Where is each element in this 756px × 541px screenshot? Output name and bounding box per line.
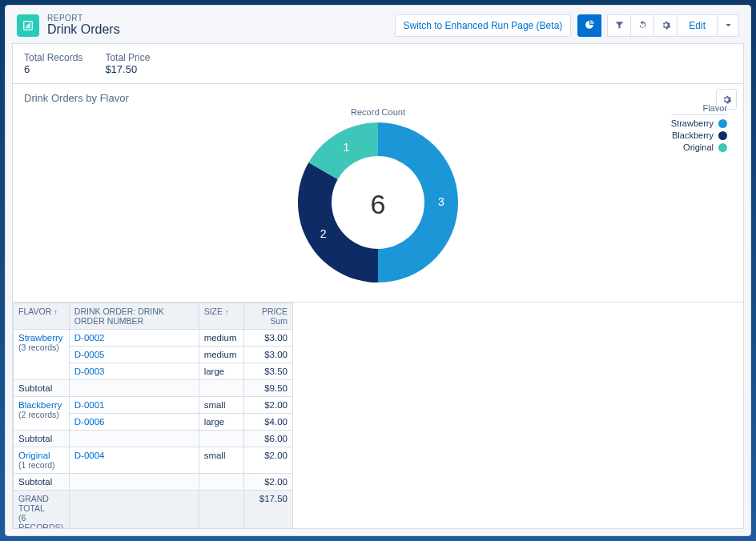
flavor-count: (3 records) <box>18 343 59 352</box>
settings-button[interactable] <box>653 14 678 37</box>
flavor-cell: Strawberry(3 records) <box>14 330 70 380</box>
order-cell: D-0002 <box>69 330 199 347</box>
size-cell: large <box>199 363 244 380</box>
add-chart-button[interactable] <box>577 14 601 37</box>
donut-slice[interactable] <box>378 122 458 283</box>
flavor-count: (1 record) <box>18 460 55 470</box>
gear-icon <box>661 20 671 30</box>
donut-slice-label: 3 <box>438 195 444 208</box>
flavor-link[interactable]: Original <box>18 451 50 460</box>
donut-slice[interactable] <box>298 162 378 283</box>
table-row: Strawberry(3 records)D-0002medium$3.00 <box>14 330 293 347</box>
grand-total-price: $17.50 <box>244 491 293 529</box>
svg-rect-1 <box>26 26 26 28</box>
svg-rect-2 <box>27 24 28 28</box>
legend-swatch <box>718 143 727 152</box>
size-cell: medium <box>199 347 244 363</box>
table-row: Blackberry(2 records)D-0001small$2.00 <box>14 397 293 414</box>
legend-label: Strawberry <box>671 118 714 128</box>
flavor-link[interactable]: Strawberry <box>18 333 63 343</box>
report-window: REPORT Drink Orders Switch to Enhanced R… <box>5 5 751 536</box>
order-link[interactable]: D-0004 <box>74 451 105 460</box>
chart-area: Drink Orders by Flavor Record Count 321 … <box>13 84 743 303</box>
flavor-cell: Blackberry(2 records) <box>14 397 70 431</box>
order-link[interactable]: D-0002 <box>74 333 105 343</box>
price-cell: $3.00 <box>244 347 293 363</box>
subtotal-row: Subtotal$2.00 <box>14 474 293 491</box>
flavor-link[interactable]: Blackberry <box>18 400 62 410</box>
order-cell: D-0004 <box>69 447 199 474</box>
page-title: Drink Orders <box>47 22 120 37</box>
subtotal-price: $2.00 <box>244 474 293 491</box>
refresh-button[interactable] <box>630 14 654 37</box>
header-actions: Switch to Enhanced Run Page (Beta) Edit <box>395 14 739 37</box>
price-cell: $4.00 <box>244 414 293 431</box>
col-size-header[interactable]: SIZE↑ <box>199 303 244 330</box>
chart-metric-label: Record Count <box>351 107 405 117</box>
summary-bar: Total Records 6 Total Price $17.50 <box>13 44 743 84</box>
order-cell: D-0001 <box>69 397 199 414</box>
order-link[interactable]: D-0003 <box>74 367 105 376</box>
donut-slice-label: 1 <box>344 141 350 154</box>
subtotal-label: Subtotal <box>14 380 70 397</box>
flavor-count: (2 records) <box>18 410 59 419</box>
chevron-down-icon <box>723 20 734 30</box>
report-panel: Total Records 6 Total Price $17.50 Drink… <box>12 43 744 529</box>
total-price-label: Total Price <box>105 52 150 63</box>
header-eyebrow: REPORT <box>47 14 120 22</box>
order-cell: D-0006 <box>69 414 199 431</box>
chart-legend: Flavor StrawberryBlackberryOriginal <box>671 103 727 154</box>
subtotal-label: Subtotal <box>14 474 70 491</box>
legend-item[interactable]: Strawberry <box>671 118 727 128</box>
edit-button[interactable]: Edit <box>677 14 718 37</box>
chart-icon <box>585 20 595 30</box>
donut-chart: 321 6 <box>294 118 462 289</box>
filter-button[interactable] <box>607 14 631 37</box>
legend-swatch <box>718 131 727 140</box>
report-icon <box>17 14 39 37</box>
report-header: REPORT Drink Orders Switch to Enhanced R… <box>6 6 750 43</box>
price-cell: $2.00 <box>244 447 293 474</box>
subtotal-price: $6.00 <box>244 431 293 447</box>
order-link[interactable]: D-0001 <box>74 400 105 410</box>
table-header-row: FLAVOR↑ DRINK ORDER: DRINK ORDER NUMBER … <box>14 303 293 330</box>
order-link[interactable]: D-0006 <box>74 417 105 427</box>
legend-title: Flavor <box>671 103 727 115</box>
refresh-icon <box>637 20 648 30</box>
legend-label: Original <box>683 142 714 152</box>
sort-asc-icon: ↑ <box>54 308 58 316</box>
legend-item[interactable]: Blackberry <box>671 130 727 140</box>
grand-total-row: GRAND TOTAL(6 RECORDS)$17.50 <box>14 491 293 529</box>
flavor-cell: Original(1 record) <box>14 447 70 474</box>
size-cell: small <box>199 397 244 414</box>
legend-swatch <box>718 119 727 128</box>
total-records-label: Total Records <box>24 52 82 63</box>
grand-total-label: GRAND TOTAL(6 RECORDS) <box>14 491 70 529</box>
legend-item[interactable]: Original <box>671 142 727 152</box>
toolbar-group: Edit <box>577 14 739 37</box>
col-price-header[interactable]: PRICE Sum <box>244 303 293 330</box>
size-cell: small <box>199 447 244 474</box>
order-link[interactable]: D-0005 <box>74 350 105 359</box>
order-cell: D-0003 <box>69 363 199 380</box>
subtotal-row: Subtotal$9.50 <box>14 380 293 397</box>
header-left: REPORT Drink Orders <box>17 14 395 37</box>
subtotal-price: $9.50 <box>244 380 293 397</box>
size-cell: large <box>199 414 244 431</box>
report-table: FLAVOR↑ DRINK ORDER: DRINK ORDER NUMBER … <box>13 303 293 528</box>
legend-label: Blackberry <box>672 130 714 140</box>
col-order-header[interactable]: DRINK ORDER: DRINK ORDER NUMBER <box>69 303 199 330</box>
more-actions-button[interactable] <box>717 14 739 37</box>
chart-title: Drink Orders by Flavor <box>24 92 732 104</box>
size-cell: medium <box>199 330 244 347</box>
price-cell: $2.00 <box>244 397 293 414</box>
svg-rect-3 <box>29 22 30 28</box>
price-cell: $3.00 <box>244 330 293 347</box>
table-area: FLAVOR↑ DRINK ORDER: DRINK ORDER NUMBER … <box>13 303 743 528</box>
switch-enhanced-button[interactable]: Switch to Enhanced Run Page (Beta) <box>395 14 572 37</box>
funnel-icon <box>614 20 625 30</box>
donut-center-value: 6 <box>371 188 386 219</box>
donut-slice-label: 2 <box>320 227 327 240</box>
col-flavor-header[interactable]: FLAVOR↑ <box>14 303 70 330</box>
price-cell: $3.50 <box>244 363 293 380</box>
